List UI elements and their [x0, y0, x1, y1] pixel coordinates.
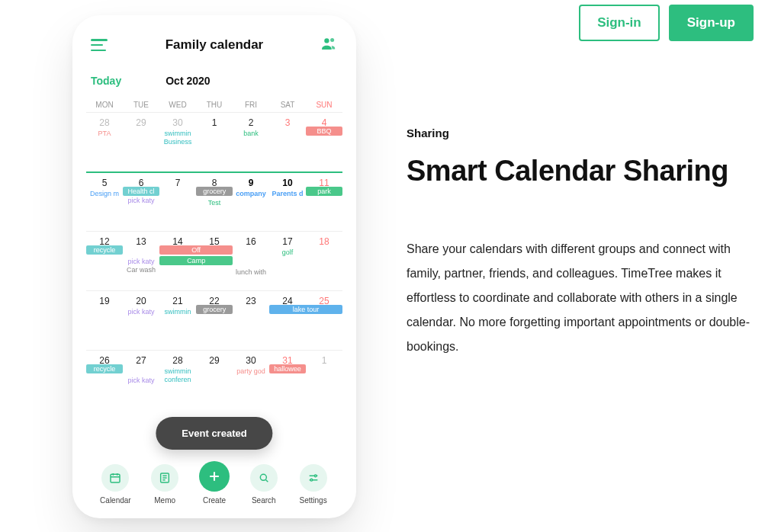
calendar-icon [101, 464, 129, 492]
event-text[interactable]: Parents d [269, 190, 306, 198]
day-cell[interactable]: 2bank [233, 116, 269, 171]
memo-icon [151, 464, 178, 492]
people-icon[interactable] [321, 37, 338, 53]
day-cell[interactable]: 20pick katy [123, 294, 159, 350]
marketing-copy: Sharing Smart Calendar Sharing Share you… [407, 127, 765, 359]
bottom-nav: Calendar Memo Create Search Settings [86, 446, 342, 508]
week-row: 12 13pick katyCar wash 14 15 16lunch wit… [86, 231, 342, 290]
day-cell-selected[interactable]: 10Parents d [269, 176, 306, 231]
day-cell[interactable]: 16lunch with [233, 235, 269, 290]
nav-search[interactable]: Search [243, 464, 285, 505]
day-cell[interactable]: 7 [159, 176, 196, 231]
weekday-fri: FRI [233, 101, 269, 109]
weekday-thu: THU [196, 101, 233, 109]
event-bar[interactable]: Off [159, 245, 233, 255]
event-text[interactable]: golf [269, 248, 306, 257]
event-text[interactable]: lunch with [233, 268, 269, 277]
day-cell[interactable]: 30swimminBusiness [159, 116, 196, 171]
event-bar[interactable]: park [306, 187, 342, 196]
event-text[interactable]: pick katy [123, 197, 159, 205]
weekday-mon: MON [86, 101, 123, 109]
event-text[interactable]: PTA [86, 130, 123, 138]
event-bar[interactable]: grocery [196, 187, 233, 196]
day-cell[interactable]: 5Design m [86, 176, 123, 231]
section-headline: Smart Calendar Sharing [407, 153, 765, 190]
weekday-wed: WED [159, 101, 196, 109]
day-cell[interactable]: 27pick katy [123, 354, 159, 409]
event-bar[interactable]: grocery [196, 305, 233, 314]
svg-point-1 [330, 38, 334, 42]
nav-create[interactable]: Create [193, 461, 236, 505]
event-text[interactable]: swimmin [159, 308, 196, 316]
day-cell[interactable]: 29 [123, 116, 159, 171]
day-cell[interactable]: 9company [233, 176, 269, 231]
weekday-tue: TUE [123, 101, 159, 109]
hamburger-icon[interactable] [91, 39, 108, 51]
svg-point-4 [260, 474, 266, 480]
event-bar[interactable]: BBQ [306, 127, 342, 136]
event-text[interactable]: Business [159, 138, 196, 146]
event-text[interactable]: bank [233, 130, 269, 138]
event-text[interactable]: company [233, 190, 269, 198]
day-cell[interactable]: 3 [269, 116, 306, 171]
svg-point-0 [324, 38, 329, 43]
day-cell[interactable]: 4 [306, 116, 342, 171]
weekday-sat: SAT [269, 101, 306, 109]
day-cell[interactable]: 21swimmin [159, 294, 196, 350]
plus-icon [199, 461, 230, 492]
day-cell[interactable]: 1 [306, 354, 342, 409]
week-row: 5Design m 6 7 8Test 9company 10Parents d… [86, 171, 342, 231]
nav-calendar[interactable]: Calendar [94, 464, 137, 505]
signup-button[interactable]: Sign-up [669, 5, 754, 41]
section-body: Share your calendars with different grou… [407, 237, 765, 359]
day-cell[interactable]: 25 [306, 294, 342, 350]
day-cell[interactable]: 19 [86, 294, 123, 350]
week-row: 28PTA 29 30swimminBusiness 1 2bank 3 4 B… [86, 112, 342, 171]
today-button[interactable]: Today [91, 75, 121, 87]
event-bar[interactable]: lake tour [269, 305, 342, 314]
month-label: Oct 2020 [166, 75, 210, 87]
nav-label: Memo [154, 496, 175, 505]
nav-settings[interactable]: Settings [292, 464, 335, 505]
event-bar[interactable]: Health cl [123, 187, 159, 196]
day-cell[interactable]: 28PTA [86, 116, 123, 171]
event-text[interactable]: conferen [159, 376, 196, 384]
signin-button[interactable]: Sign-in [579, 5, 660, 41]
event-bar[interactable]: hallowee [269, 364, 306, 373]
week-row: 19 20pick katy 21swimmin 22 23 24 25 gro… [86, 290, 342, 350]
day-cell[interactable]: 1 [196, 116, 233, 171]
weekday-sun: SUN [306, 101, 342, 109]
day-cell[interactable]: 13pick katyCar wash [123, 235, 159, 290]
nav-label: Calendar [100, 496, 131, 505]
day-cell[interactable]: 29 [196, 354, 233, 409]
nav-memo[interactable]: Memo [143, 464, 186, 505]
day-cell[interactable]: 23 [233, 294, 269, 350]
event-bar[interactable]: recycle [86, 364, 123, 373]
event-text[interactable]: pick katy [123, 377, 159, 385]
day-cell[interactable]: 17golf [269, 235, 306, 290]
event-text[interactable]: pick katy [123, 308, 159, 316]
day-cell[interactable]: 12 [86, 235, 123, 290]
day-cell[interactable]: 8Test [196, 176, 233, 231]
day-cell[interactable]: 31 [269, 354, 306, 409]
day-cell[interactable]: 11 [306, 176, 342, 231]
event-text[interactable]: swimmin [159, 367, 196, 376]
event-text[interactable]: Car wash [123, 266, 159, 274]
auth-buttons: Sign-in Sign-up [579, 5, 754, 41]
day-cell[interactable]: 22 [196, 294, 233, 350]
event-text[interactable]: Design m [86, 190, 123, 198]
day-cell[interactable]: 24 [269, 294, 306, 350]
nav-label: Search [252, 496, 276, 505]
day-cell[interactable]: 28swimminconferen [159, 354, 196, 409]
event-text[interactable]: swimmin [159, 130, 196, 138]
day-cell[interactable]: 26 [86, 354, 123, 409]
day-cell[interactable]: 18 [306, 235, 342, 290]
event-text[interactable]: Test [196, 199, 233, 207]
event-text[interactable]: party god [233, 367, 269, 376]
day-cell[interactable]: 30party god [233, 354, 269, 409]
event-bar[interactable]: recycle [86, 245, 123, 255]
phone-header: Family calendar [91, 37, 338, 53]
search-icon [250, 464, 278, 492]
event-bar[interactable]: Camp [159, 256, 233, 265]
event-text[interactable]: pick katy [123, 258, 159, 266]
